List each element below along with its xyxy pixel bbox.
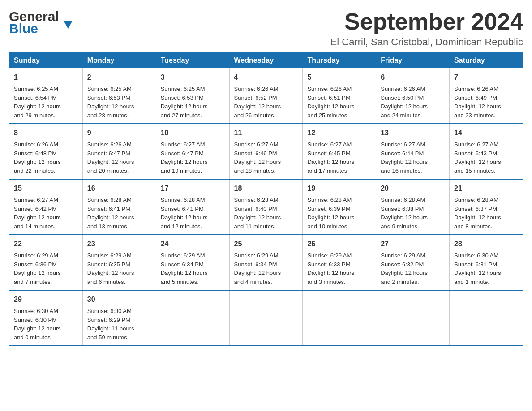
- day-number: 26: [307, 239, 371, 249]
- calendar-cell: 13 Sunrise: 6:27 AMSunset: 6:44 PMDaylig…: [376, 124, 450, 179]
- day-number: 20: [381, 183, 445, 194]
- day-number: 27: [381, 239, 445, 249]
- day-number: 19: [307, 183, 371, 194]
- day-number: 23: [87, 239, 151, 249]
- day-info: Sunrise: 6:29 AMSunset: 6:33 PMDaylight:…: [307, 252, 354, 285]
- day-info: Sunrise: 6:26 AMSunset: 6:50 PMDaylight:…: [381, 86, 428, 119]
- calendar-cell: 1 Sunrise: 6:25 AMSunset: 6:54 PMDayligh…: [9, 68, 83, 124]
- day-number: 11: [234, 128, 298, 138]
- logo-triangle-icon: [64, 21, 72, 30]
- day-info: Sunrise: 6:27 AMSunset: 6:47 PMDaylight:…: [161, 141, 208, 174]
- day-info: Sunrise: 6:26 AMSunset: 6:52 PMDaylight:…: [234, 86, 281, 119]
- day-info: Sunrise: 6:25 AMSunset: 6:53 PMDaylight:…: [87, 86, 134, 119]
- calendar-cell: 25 Sunrise: 6:29 AMSunset: 6:34 PMDaylig…: [229, 235, 303, 290]
- logo: General Blue: [9, 9, 64, 35]
- day-number: 6: [381, 72, 445, 83]
- month-title: September 2024: [330, 9, 523, 34]
- week-row-2: 8 Sunrise: 6:26 AMSunset: 6:48 PMDayligh…: [9, 124, 523, 179]
- day-info: Sunrise: 6:29 AMSunset: 6:36 PMDaylight:…: [14, 252, 61, 285]
- day-number: 22: [14, 239, 78, 249]
- day-number: 8: [14, 128, 78, 138]
- day-number: 1: [14, 72, 78, 83]
- location-title: El Carril, San Cristobal, Dominican Repu…: [330, 36, 523, 48]
- logo-blue: Blue: [9, 22, 38, 35]
- calendar-cell: 22 Sunrise: 6:29 AMSunset: 6:36 PMDaylig…: [9, 235, 83, 290]
- calendar-cell: 19 Sunrise: 6:28 AMSunset: 6:39 PMDaylig…: [303, 179, 376, 235]
- week-row-5: 29 Sunrise: 6:30 AMSunset: 6:30 PMDaylig…: [9, 290, 523, 346]
- day-number: 28: [454, 239, 518, 249]
- day-info: Sunrise: 6:26 AMSunset: 6:47 PMDaylight:…: [87, 141, 134, 174]
- header-tuesday: Tuesday: [156, 53, 229, 68]
- day-info: Sunrise: 6:28 AMSunset: 6:41 PMDaylight:…: [87, 197, 134, 230]
- day-info: Sunrise: 6:26 AMSunset: 6:49 PMDaylight:…: [454, 86, 501, 119]
- day-info: Sunrise: 6:26 AMSunset: 6:48 PMDaylight:…: [14, 141, 61, 174]
- calendar-cell: 23 Sunrise: 6:29 AMSunset: 6:35 PMDaylig…: [82, 235, 156, 290]
- day-info: Sunrise: 6:30 AMSunset: 6:29 PMDaylight:…: [87, 308, 134, 341]
- day-info: Sunrise: 6:25 AMSunset: 6:54 PMDaylight:…: [14, 86, 61, 119]
- day-number: 12: [307, 128, 371, 138]
- day-info: Sunrise: 6:26 AMSunset: 6:51 PMDaylight:…: [307, 86, 354, 119]
- header-saturday: Saturday: [450, 53, 523, 68]
- day-number: 9: [87, 128, 151, 138]
- day-info: Sunrise: 6:28 AMSunset: 6:40 PMDaylight:…: [234, 197, 281, 230]
- day-number: 15: [14, 183, 78, 194]
- day-number: 14: [454, 128, 518, 138]
- day-number: 21: [454, 183, 518, 194]
- day-info: Sunrise: 6:28 AMSunset: 6:39 PMDaylight:…: [307, 197, 354, 230]
- calendar-cell: 18 Sunrise: 6:28 AMSunset: 6:40 PMDaylig…: [229, 179, 303, 235]
- day-number: 16: [87, 183, 151, 194]
- day-number: 18: [234, 183, 298, 194]
- calendar-cell: 17 Sunrise: 6:28 AMSunset: 6:41 PMDaylig…: [156, 179, 229, 235]
- day-info: Sunrise: 6:30 AMSunset: 6:30 PMDaylight:…: [14, 308, 61, 341]
- day-info: Sunrise: 6:27 AMSunset: 6:43 PMDaylight:…: [454, 141, 501, 174]
- calendar-cell: 24 Sunrise: 6:29 AMSunset: 6:34 PMDaylig…: [156, 235, 229, 290]
- header-wednesday: Wednesday: [229, 53, 303, 68]
- header-thursday: Thursday: [303, 53, 376, 68]
- day-info: Sunrise: 6:29 AMSunset: 6:35 PMDaylight:…: [87, 252, 134, 285]
- calendar-cell: 5 Sunrise: 6:26 AMSunset: 6:51 PMDayligh…: [303, 68, 376, 124]
- calendar-cell: 14 Sunrise: 6:27 AMSunset: 6:43 PMDaylig…: [450, 124, 523, 179]
- calendar-table: Sunday Monday Tuesday Wednesday Thursday…: [9, 52, 523, 346]
- day-number: 17: [161, 183, 225, 194]
- calendar-header-row: Sunday Monday Tuesday Wednesday Thursday…: [9, 53, 523, 68]
- calendar-cell: 7 Sunrise: 6:26 AMSunset: 6:49 PMDayligh…: [450, 68, 523, 124]
- calendar-cell: 30 Sunrise: 6:30 AMSunset: 6:29 PMDaylig…: [82, 290, 156, 346]
- header-friday: Friday: [376, 53, 450, 68]
- calendar-cell: [156, 290, 229, 346]
- calendar-cell: 15 Sunrise: 6:27 AMSunset: 6:42 PMDaylig…: [9, 179, 83, 235]
- calendar-cell: 2 Sunrise: 6:25 AMSunset: 6:53 PMDayligh…: [82, 68, 156, 124]
- day-info: Sunrise: 6:27 AMSunset: 6:45 PMDaylight:…: [307, 141, 354, 174]
- calendar-cell: 10 Sunrise: 6:27 AMSunset: 6:47 PMDaylig…: [156, 124, 229, 179]
- week-row-4: 22 Sunrise: 6:29 AMSunset: 6:36 PMDaylig…: [9, 235, 523, 290]
- day-info: Sunrise: 6:27 AMSunset: 6:42 PMDaylight:…: [14, 197, 61, 230]
- day-number: 3: [161, 72, 225, 83]
- calendar-cell: 11 Sunrise: 6:27 AMSunset: 6:46 PMDaylig…: [229, 124, 303, 179]
- calendar-cell: [303, 290, 376, 346]
- day-info: Sunrise: 6:25 AMSunset: 6:53 PMDaylight:…: [161, 86, 208, 119]
- day-number: 25: [234, 239, 298, 249]
- header-monday: Monday: [82, 53, 156, 68]
- day-number: 24: [161, 239, 225, 249]
- day-info: Sunrise: 6:30 AMSunset: 6:31 PMDaylight:…: [454, 252, 501, 285]
- svg-marker-0: [64, 21, 72, 29]
- day-number: 29: [14, 294, 78, 305]
- calendar-cell: [450, 290, 523, 346]
- calendar-cell: 6 Sunrise: 6:26 AMSunset: 6:50 PMDayligh…: [376, 68, 450, 124]
- week-row-1: 1 Sunrise: 6:25 AMSunset: 6:54 PMDayligh…: [9, 68, 523, 124]
- day-number: 2: [87, 72, 151, 83]
- calendar-cell: 8 Sunrise: 6:26 AMSunset: 6:48 PMDayligh…: [9, 124, 83, 179]
- calendar-cell: 21 Sunrise: 6:28 AMSunset: 6:37 PMDaylig…: [450, 179, 523, 235]
- day-info: Sunrise: 6:29 AMSunset: 6:34 PMDaylight:…: [161, 252, 208, 285]
- day-number: 30: [87, 294, 151, 305]
- header-sunday: Sunday: [9, 53, 83, 68]
- calendar-cell: 16 Sunrise: 6:28 AMSunset: 6:41 PMDaylig…: [82, 179, 156, 235]
- page-header: General Blue September 2024 El Carril, S…: [9, 9, 523, 48]
- day-info: Sunrise: 6:28 AMSunset: 6:38 PMDaylight:…: [381, 197, 428, 230]
- calendar-cell: [376, 290, 450, 346]
- day-info: Sunrise: 6:29 AMSunset: 6:32 PMDaylight:…: [381, 252, 428, 285]
- day-number: 10: [161, 128, 225, 138]
- calendar-cell: 4 Sunrise: 6:26 AMSunset: 6:52 PMDayligh…: [229, 68, 303, 124]
- title-area: September 2024 El Carril, San Cristobal,…: [330, 9, 523, 48]
- calendar-cell: 3 Sunrise: 6:25 AMSunset: 6:53 PMDayligh…: [156, 68, 229, 124]
- day-number: 7: [454, 72, 518, 83]
